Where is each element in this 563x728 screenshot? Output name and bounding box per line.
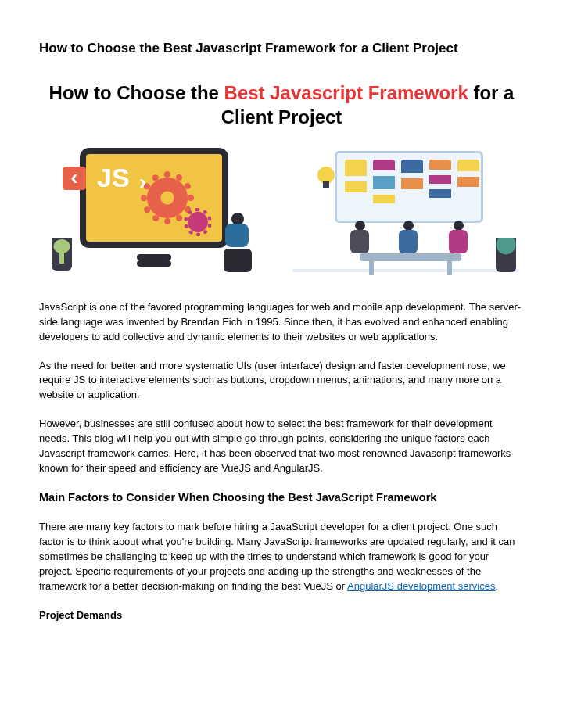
hero-headline: How to Choose the Best Javascript Framew… xyxy=(39,81,524,129)
hero-text-1: How to Choose the xyxy=(49,82,224,103)
plant-icon xyxy=(52,238,72,271)
desk-icon xyxy=(360,253,461,261)
illustration-meeting xyxy=(292,151,519,272)
illustration-js-monitor: JS ‹ › xyxy=(44,143,255,272)
gear-icon xyxy=(147,178,188,218)
person-sitting-icon xyxy=(221,213,258,272)
gear-small-icon xyxy=(188,212,208,232)
plant-right-icon xyxy=(496,238,516,272)
person-b-icon xyxy=(399,221,418,253)
paragraph-intro-3: However, businesses are still confused a… xyxy=(39,417,524,475)
hero-illustrations: JS ‹ › xyxy=(39,143,524,272)
js-logo-icon: JS xyxy=(97,159,130,197)
heading-main-factors: Main Factors to Consider When Choosing t… xyxy=(39,490,524,506)
person-c-icon xyxy=(449,221,468,253)
heading-project-demands: Project Demands xyxy=(39,608,524,623)
hero-text-highlight: Best Javascript Framework xyxy=(224,82,468,103)
hero-banner: How to Choose the Best Javascript Framew… xyxy=(39,81,524,272)
paragraph-intro-2: As the need for better and more systemat… xyxy=(39,359,524,403)
paragraph-factors-tail: . xyxy=(495,580,498,592)
paragraph-intro-1: JavaScript is one of the favored program… xyxy=(39,300,524,345)
chevron-left-icon: ‹ xyxy=(63,167,86,190)
person-a-icon xyxy=(350,221,369,253)
document-title: How to Choose the Best Javascript Framew… xyxy=(39,39,524,59)
monitor-icon: JS ‹ › xyxy=(80,148,228,248)
kanban-board-icon xyxy=(335,151,483,223)
link-angularjs-services[interactable]: AngularJS development services xyxy=(347,580,495,592)
paragraph-factors: There are many key factors to mark befor… xyxy=(39,520,524,594)
lightbulb-icon xyxy=(317,167,335,184)
